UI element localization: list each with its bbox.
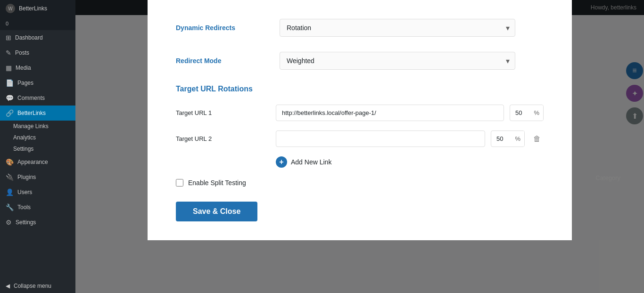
sidebar-item-label: Comments	[17, 95, 45, 101]
collapse-menu-button[interactable]: ◀ Collapse menu	[0, 279, 75, 293]
dynamic-redirects-row: Dynamic Redirects Rotation None ▾	[176, 19, 544, 37]
media-icon: ▦	[6, 64, 12, 72]
split-testing-label: Enable Split Testing	[188, 179, 246, 187]
sidebar-item-pages[interactable]: 📄 Pages	[0, 75, 75, 90]
target-url-1-label: Target URL 1	[176, 109, 270, 116]
sidebar-item-label: Appearance	[17, 159, 48, 165]
sidebar-item-label: Media	[16, 65, 31, 71]
section-title: Target URL Rotations	[176, 85, 544, 93]
pages-icon: 📄	[6, 79, 14, 87]
dashboard-icon: ⊞	[6, 34, 11, 41]
target-url-1-input[interactable]	[276, 105, 504, 121]
target-url-1-row: Target URL 1 %	[176, 105, 544, 121]
sidebar-item-settings[interactable]: ⚙ Settings	[0, 215, 75, 230]
sidebar-sub-analytics[interactable]: Analytics	[0, 132, 75, 143]
redirect-mode-label: Redirect Mode	[176, 57, 270, 65]
sidebar-item-label: Settings	[16, 219, 36, 226]
sidebar-sub-manage-links[interactable]: Manage Links	[0, 121, 75, 132]
collapse-icon: ◀	[6, 283, 10, 289]
posts-icon: ✎	[6, 49, 11, 57]
redirect-mode-select[interactable]: Weighted Sequential Random	[280, 52, 515, 70]
dynamic-redirects-select[interactable]: Rotation None	[280, 19, 515, 37]
delete-url-2-button[interactable]: 🗑	[530, 133, 544, 145]
wp-logo-icon: W	[6, 4, 15, 13]
sidebar-item-label: Pages	[17, 80, 33, 86]
dynamic-redirects-label: Dynamic Redirects	[176, 24, 270, 32]
sidebar-item-posts[interactable]: ✎ Posts	[0, 45, 75, 60]
comments-icon: 💬	[6, 94, 14, 102]
target-url-1-percent-wrapper: %	[510, 105, 544, 121]
sidebar-sub-settings[interactable]: Settings	[0, 143, 75, 155]
sidebar-item-plugins[interactable]: 🔌 Plugins	[0, 170, 75, 185]
target-url-2-label: Target URL 2	[176, 135, 270, 142]
sidebar-item-label: Posts	[15, 49, 29, 56]
modal-panel: Dynamic Redirects Rotation None ▾ Redire…	[148, 0, 572, 240]
sidebar-item-label: Tools	[17, 204, 31, 211]
sidebar-item-comments[interactable]: 💬 Comments	[0, 90, 75, 106]
sidebar-item-label: Users	[17, 189, 32, 195]
users-icon: 👤	[6, 188, 14, 196]
sidebar-item-appearance[interactable]: 🎨 Appearance	[0, 155, 75, 170]
sidebar: W BetterLinks 0 ⊞ Dashboard ✎ Posts ▦ Me…	[0, 0, 75, 293]
redirect-mode-select-wrapper: Weighted Sequential Random ▾	[280, 52, 515, 70]
site-name: BetterLinks	[19, 5, 47, 12]
sidebar-item-label: Plugins	[17, 174, 36, 180]
split-testing-checkbox[interactable]	[176, 179, 183, 187]
sidebar-item-tools[interactable]: 🔧 Tools	[0, 200, 75, 215]
main-area: Howdy, betterlinks ≡ ✦ ⬆ Category Dynami…	[75, 0, 644, 293]
target-url-2-row: Target URL 2 % 🗑	[176, 130, 544, 147]
sidebar-item-label: BetterLinks	[17, 110, 46, 116]
redirect-mode-row: Redirect Mode Weighted Sequential Random…	[176, 52, 544, 70]
sidebar-item-users[interactable]: 👤 Users	[0, 185, 75, 200]
settings-icon: ⚙	[6, 219, 12, 226]
appearance-icon: 🎨	[6, 158, 14, 166]
plugins-icon: 🔌	[6, 173, 14, 181]
target-url-2-percent-wrapper: %	[491, 130, 525, 147]
target-url-2-percent-input[interactable]	[491, 131, 514, 146]
add-new-link-button[interactable]: +	[276, 156, 287, 168]
tools-icon: 🔧	[6, 203, 14, 211]
sidebar-item-dashboard[interactable]: ⊞ Dashboard	[0, 30, 75, 45]
target-url-1-percent-input[interactable]	[510, 105, 533, 121]
add-link-text[interactable]: Add New Link	[291, 158, 331, 166]
sidebar-item-betterlinks[interactable]: 🔗 BetterLinks	[0, 106, 75, 121]
percent-sign-2: %	[514, 131, 524, 146]
save-close-button[interactable]: Save & Close	[176, 202, 257, 221]
percent-sign-1: %	[533, 105, 543, 121]
sidebar-header: W BetterLinks	[0, 0, 75, 17]
modal-overlay: Dynamic Redirects Rotation None ▾ Redire…	[75, 0, 644, 293]
split-testing-row: Enable Split Testing	[176, 179, 544, 187]
betterlinks-icon: 🔗	[6, 109, 14, 117]
add-link-row: + Add New Link	[276, 156, 544, 168]
sidebar-item-media[interactable]: ▦ Media	[0, 60, 75, 75]
sidebar-item-label: Dashboard	[15, 34, 43, 41]
target-url-2-input[interactable]	[276, 130, 485, 147]
sidebar-notification: 0	[0, 17, 75, 30]
dynamic-redirects-select-wrapper: Rotation None ▾	[280, 19, 515, 37]
